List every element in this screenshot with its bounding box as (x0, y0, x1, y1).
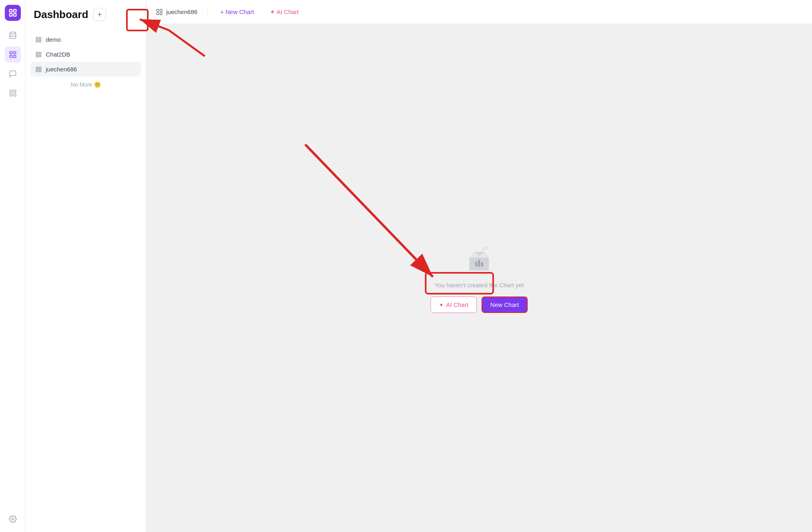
dashboard-list: demo Chat2DB juechen686 No More 🙁 (26, 29, 146, 532)
svg-rect-2 (13, 14, 16, 16)
dashboard-item-chat2db[interactable]: Chat2DB (31, 47, 141, 62)
left-panel: Dashboard demo Chat2DB (26, 0, 146, 532)
topbar-new-chart-button[interactable]: + New Chart (217, 7, 257, 17)
nav-database[interactable] (5, 27, 21, 43)
nav-grid[interactable] (5, 85, 21, 101)
topbar-ai-chart-button[interactable]: ✦ AI Chart (267, 7, 302, 17)
logo-button[interactable] (5, 5, 21, 21)
topbar-dashboard-info: juechen686 (156, 8, 198, 16)
panel-header: Dashboard (26, 8, 146, 29)
svg-rect-8 (10, 55, 12, 58)
empty-state: You haven't created the Chart yet ✦ AI C… (430, 243, 528, 313)
svg-rect-6 (13, 52, 16, 54)
svg-rect-23 (36, 55, 38, 57)
svg-rect-16 (36, 37, 38, 39)
svg-rect-29 (160, 9, 162, 11)
svg-rect-0 (9, 10, 12, 12)
top-bar: juechen686 + New Chart ✦ AI Chart (146, 0, 812, 24)
dashboard-item-demo[interactable]: demo (31, 32, 141, 47)
svg-rect-35 (481, 262, 483, 266)
topbar-separator (207, 8, 208, 16)
topbar-ai-chart-label: ✦ AI Chart (270, 8, 298, 16)
svg-rect-20 (36, 52, 38, 54)
ai-chart-button[interactable]: ✦ AI Chart (430, 296, 477, 313)
icon-sidebar (0, 0, 26, 532)
svg-rect-27 (36, 70, 38, 72)
empty-state-actions: ✦ AI Chart New Chart (430, 296, 528, 313)
svg-point-37 (485, 246, 487, 249)
svg-rect-26 (39, 70, 41, 72)
svg-rect-17 (39, 37, 41, 39)
svg-rect-28 (157, 9, 159, 11)
nav-chat[interactable] (5, 66, 21, 82)
grid-icon (35, 37, 42, 43)
new-chart-button-label: New Chart (490, 301, 519, 308)
svg-rect-33 (475, 262, 477, 266)
grid-icon (35, 51, 42, 58)
svg-rect-25 (39, 67, 41, 69)
new-chart-button[interactable]: New Chart (481, 296, 528, 313)
add-dashboard-button[interactable] (93, 8, 106, 21)
svg-rect-1 (13, 10, 16, 12)
sparkle-icon: ✦ (439, 302, 444, 308)
svg-rect-34 (478, 260, 480, 267)
svg-rect-30 (160, 12, 162, 14)
empty-state-icon (463, 243, 495, 275)
svg-rect-18 (39, 40, 41, 42)
svg-rect-11 (13, 94, 16, 96)
empty-state-message: You haven't created the Chart yet (435, 282, 524, 288)
topbar-new-chart-label: + New Chart (220, 8, 254, 15)
svg-rect-5 (10, 52, 12, 54)
nav-settings[interactable] (5, 511, 21, 527)
dashboard-item-label: juechen686 (46, 66, 77, 73)
dashboard-item-juechen686[interactable]: juechen686 (31, 62, 141, 77)
svg-rect-19 (36, 40, 38, 42)
svg-point-4 (10, 32, 16, 34)
svg-rect-12 (10, 94, 12, 96)
svg-rect-7 (13, 55, 16, 58)
nav-dashboard[interactable] (5, 47, 21, 63)
svg-rect-22 (39, 55, 41, 57)
svg-rect-3 (9, 14, 12, 16)
no-more-label: No More 🙁 (31, 77, 141, 93)
ai-chart-button-label: AI Chart (446, 301, 468, 308)
main-content: juechen686 + New Chart ✦ AI Chart (146, 0, 812, 532)
dashboard-item-label: Chat2DB (46, 51, 70, 58)
svg-rect-21 (39, 52, 41, 54)
svg-rect-24 (36, 67, 38, 69)
topbar-grid-icon (156, 8, 163, 16)
grid-icon (35, 66, 42, 73)
panel-title: Dashboard (34, 8, 88, 21)
content-area: You haven't created the Chart yet ✦ AI C… (146, 24, 812, 532)
svg-rect-10 (13, 90, 16, 93)
topbar-dashboard-name: juechen686 (166, 8, 198, 15)
svg-point-13 (12, 518, 14, 520)
svg-rect-31 (157, 12, 159, 14)
svg-rect-9 (10, 90, 12, 93)
dashboard-item-label: demo (46, 36, 61, 43)
